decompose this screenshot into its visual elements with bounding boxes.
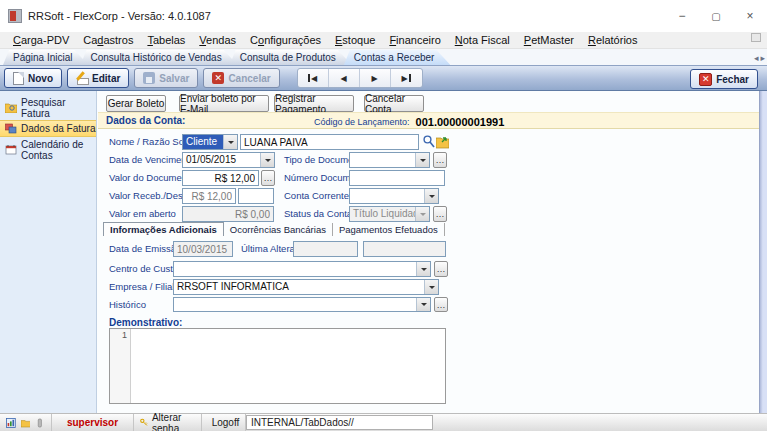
demonstrativo-editor[interactable]: 1 <box>109 328 446 404</box>
empresa-combo[interactable]: RRSOFT INFORMATICA <box>173 279 439 295</box>
menu-tabelas[interactable]: Tabelas <box>140 33 192 47</box>
menu-cadastros[interactable]: Cadastros <box>76 33 140 47</box>
nome-tipo-value: Cliente <box>183 135 223 149</box>
centro-custo-combo[interactable] <box>173 261 431 277</box>
receb-extra-input[interactable] <box>238 188 274 204</box>
tab-contas-a-receber[interactable]: Contas a Receber <box>344 50 451 65</box>
sidebar-item-calendario-de-contas[interactable]: Calendário de Contas <box>0 141 96 158</box>
menu-estoque[interactable]: Estoque <box>328 33 382 47</box>
enviar-boleto-email-button[interactable]: Enviar boleto por E-Mail <box>179 95 269 112</box>
context-path: INTERNAL/TabDados// <box>246 415 433 430</box>
statusbar-icons <box>0 414 52 431</box>
valor-documento-ellipsis-button[interactable]: … <box>261 170 275 186</box>
centro-custo-label: Centro de Custo <box>109 261 178 277</box>
status-conta-combo[interactable]: Título Liquidado <box>349 206 430 222</box>
search-icon[interactable] <box>422 134 435 149</box>
cancelar-button[interactable]: ✕ Cancelar <box>203 68 279 88</box>
centro-custo-value <box>174 262 416 276</box>
logoff-button[interactable]: Logoff <box>202 414 246 431</box>
dropdown-arrow-icon[interactable] <box>223 135 237 149</box>
dropdown-arrow-icon[interactable] <box>424 189 438 203</box>
demonstrativo-text[interactable] <box>131 329 445 403</box>
editar-button[interactable]: Editar <box>67 68 129 88</box>
historico-ellipsis-button[interactable]: … <box>434 297 448 312</box>
app-window: RRSoft - FlexCorp - Versão: 4.0.1087 − ▢… <box>0 0 767 431</box>
historico-combo[interactable] <box>173 297 431 312</box>
alteracao-data-input[interactable] <box>293 241 358 257</box>
vertical-scrollbar[interactable] <box>759 91 767 413</box>
detail-tabs: Informações Adicionais Ocorrências Bancá… <box>103 222 445 236</box>
titlebar: RRSoft - FlexCorp - Versão: 4.0.1087 − ▢… <box>0 0 767 32</box>
tab-ocorrencias-bancarias[interactable]: Ocorrências Bancárias <box>224 223 333 236</box>
menu-nota-fiscal[interactable]: Nota Fiscal <box>448 33 517 47</box>
tipo-documento-ellipsis-button[interactable]: … <box>433 152 447 168</box>
alterar-senha-button[interactable]: Alterar senha <box>134 414 202 431</box>
app-icon <box>8 9 22 23</box>
open-folder-icon[interactable] <box>436 134 449 149</box>
tipo-documento-value <box>350 153 415 167</box>
tab-pagamentos-efetuados[interactable]: Pagamentos Efetuados <box>333 223 445 236</box>
fechar-button[interactable]: ✕ Fechar <box>690 69 758 89</box>
first-record-button[interactable]: ◀ <box>298 69 329 87</box>
tab-informacoes-adicionais[interactable]: Informações Adicionais <box>103 222 224 236</box>
sidebar-item-label: Dados da Fatura <box>21 123 96 134</box>
dropdown-arrow-icon[interactable] <box>260 153 274 167</box>
registrar-pagamento-button[interactable]: Registrar Pagamento <box>274 95 354 112</box>
nome-tipo-combo[interactable]: Cliente <box>182 134 238 150</box>
gerar-boleto-button[interactable]: Gerar Boleto <box>106 95 166 112</box>
sidebar-item-dados-da-fatura[interactable]: Dados da Fatura <box>0 120 96 137</box>
menu-relatorios[interactable]: Relatórios <box>581 33 645 47</box>
minimize-icon[interactable]: − <box>665 0 699 32</box>
menu-carga-pdv[interactable]: Carga-PDV <box>6 33 76 47</box>
menu-overflow-icon[interactable] <box>751 33 761 42</box>
dropdown-arrow-icon[interactable] <box>424 280 438 294</box>
tab-pagina-inicial[interactable]: Página Inicial <box>3 50 88 65</box>
connection-status-icon <box>6 417 16 429</box>
valor-documento-input[interactable] <box>182 170 259 186</box>
previous-record-button[interactable]: ◀ <box>329 69 360 87</box>
tab-scroll-right-icon[interactable]: ▸ <box>760 53 765 63</box>
valor-aberto-input[interactable] <box>182 206 274 222</box>
next-record-icon: ▶ <box>372 74 378 83</box>
first-record-icon <box>308 74 310 82</box>
close-icon[interactable]: × <box>733 0 767 32</box>
conta-corrente-combo[interactable] <box>349 188 439 204</box>
menu-vendas[interactable]: Vendas <box>192 33 243 47</box>
codigo-lancamento: Código de Lançamento: 001.00000001991 <box>314 113 504 130</box>
dropdown-arrow-icon[interactable] <box>416 262 430 276</box>
nome-input[interactable] <box>240 134 419 150</box>
cancelar-conta-button[interactable]: Cancelar Conta <box>364 95 424 112</box>
statusbar: supervisor Alterar senha Logoff INTERNAL… <box>0 413 767 431</box>
last-record-button[interactable]: ▶ <box>391 69 422 87</box>
pencil-icon <box>76 72 88 84</box>
status-conta-label: Status da Conta <box>284 206 352 222</box>
sidebar-item-pesquisar-fatura[interactable]: Pesquisar Fatura <box>0 99 96 116</box>
numero-documento-input[interactable] <box>349 170 445 186</box>
menu-financeiro[interactable]: Financeiro <box>382 33 447 47</box>
emissao-input[interactable] <box>173 241 233 257</box>
novo-button[interactable]: Novo <box>4 68 62 88</box>
tab-consulta-produtos[interactable]: Consulta de Produtos <box>230 50 352 65</box>
current-user: supervisor <box>52 414 134 431</box>
salvar-button[interactable]: Salvar <box>134 68 198 88</box>
historico-label: Histórico <box>109 297 146 313</box>
centro-custo-ellipsis-button[interactable]: … <box>434 261 448 277</box>
dropdown-arrow-icon[interactable] <box>415 207 429 221</box>
tipo-documento-combo[interactable] <box>349 152 430 168</box>
menu-configuracoes[interactable]: Configurações <box>243 33 328 47</box>
receb-input[interactable] <box>182 188 236 204</box>
dados-da-conta-header: Dados da Conta: Código de Lançamento: 00… <box>98 112 759 129</box>
new-document-icon <box>13 72 24 85</box>
menu-petmaster[interactable]: PetMaster <box>517 33 581 47</box>
status-conta-ellipsis-button[interactable]: … <box>433 206 447 222</box>
next-record-button[interactable]: ▶ <box>360 69 391 87</box>
tab-consulta-historico-vendas[interactable]: Consulta Histórico de Vendas <box>80 50 237 65</box>
alteracao-usuario-input[interactable] <box>363 241 446 257</box>
maximize-icon[interactable]: ▢ <box>699 0 733 32</box>
folder-status-icon <box>21 417 31 429</box>
tab-scroll-left-icon[interactable]: ◂ <box>754 53 759 63</box>
dropdown-arrow-icon[interactable] <box>415 153 429 167</box>
emissao-label: Data de Emissão <box>109 241 181 257</box>
dropdown-arrow-icon[interactable] <box>416 298 430 311</box>
vencimento-combo[interactable]: 01/05/2015 <box>182 152 275 168</box>
